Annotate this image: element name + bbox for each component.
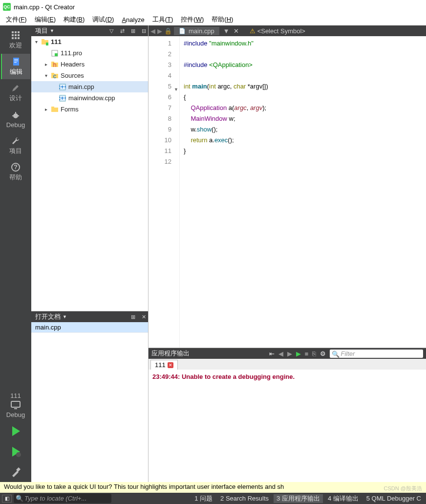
compile-output-tab[interactable]: 4 编译输出 — [325, 494, 362, 503]
split-icon[interactable]: ⊞ — [128, 28, 137, 34]
svg-rect-3 — [12, 34, 14, 36]
svg-rect-11 — [14, 61, 18, 61]
svg-text:c: c — [53, 72, 57, 79]
tree-forms-folder[interactable]: ▸ Forms — [31, 104, 148, 115]
close-pane-icon[interactable]: ✕ — [139, 314, 148, 320]
search-icon: 🔍 — [16, 495, 23, 502]
output-tab-111[interactable]: 111 ✕ — [150, 360, 178, 370]
menu-edit[interactable]: 编辑(E) — [31, 14, 60, 25]
app-output-tab[interactable]: 3 应用程序输出 — [274, 494, 323, 503]
menubar: 文件(F) 编辑(E) 构建(B) 调试(D) Analyze 工具(T) 控件… — [0, 14, 426, 25]
output-panel: 应用程序输出 ⇤ ◀ ▶ ▶ ■ ⎘ ⚙ 🔍 Filter 111 ✕ — [149, 348, 426, 482]
wrench-icon — [11, 136, 21, 146]
mode-projects[interactable]: 项目 — [1, 133, 30, 158]
open-docs-list[interactable]: main.cpp — [31, 322, 148, 482]
mode-debug[interactable]: Debug — [1, 107, 30, 132]
menu-debug[interactable]: 调试(D) — [88, 14, 118, 25]
tree-main-cpp[interactable]: c++ main.cpp — [31, 81, 148, 92]
run-button[interactable] — [1, 421, 30, 441]
app-logo: QC — [3, 3, 11, 11]
svg-point-13 — [13, 113, 18, 118]
nav-back-icon[interactable]: ◀ — [150, 27, 155, 35]
tree-label: 111 — [51, 38, 62, 45]
link-icon[interactable]: ⇄ — [118, 28, 127, 34]
fold-icon[interactable]: ▼ — [174, 84, 178, 95]
expand-icon[interactable]: ▸ — [43, 107, 49, 112]
play-bug-icon — [9, 445, 22, 458]
projects-tree[interactable]: ▾ 111 111.pro ▸ h Headers ▾ c Sources — [31, 36, 148, 311]
menu-tools[interactable]: 工具(T) — [149, 14, 177, 25]
output-message: 23:49:44: Unable to create a debugging e… — [152, 373, 295, 380]
svg-rect-0 — [12, 31, 14, 33]
close-icon[interactable]: ✕ — [168, 362, 173, 368]
run-debug-button[interactable] — [1, 442, 30, 461]
svg-point-21 — [16, 452, 21, 457]
mode-help[interactable]: ? 帮助 — [1, 159, 30, 185]
editor-pane[interactable]: 1234 5▼ 6789101112 #include "mainwindow.… — [149, 36, 426, 348]
menu-help[interactable]: 帮助(H) — [208, 14, 237, 25]
mode-design[interactable]: 设计 — [1, 80, 30, 106]
rerun-icon[interactable]: ⇤ — [269, 350, 275, 357]
svg-rect-10 — [14, 59, 18, 60]
code-body[interactable]: #include "mainwindow.h" #include <QAppli… — [180, 36, 272, 348]
tree-pro-file[interactable]: 111.pro — [31, 47, 148, 59]
menu-analyze[interactable]: Analyze — [118, 15, 148, 24]
tree-mainwindow-cpp[interactable]: c++ mainwindow.cpp — [31, 92, 148, 104]
expand-icon[interactable]: ▾ — [33, 39, 39, 44]
target-selector[interactable]: 111 Debug — [1, 390, 30, 420]
tree-label: main.cpp — [68, 83, 94, 90]
lock-icon[interactable]: 🔒 — [164, 27, 172, 35]
mode-label: 项目 — [9, 147, 22, 155]
output-body[interactable]: 23:49:44: Unable to create a debugging e… — [149, 370, 426, 482]
filter-icon[interactable]: ▽ — [107, 28, 116, 34]
output-tab-label: 111 — [155, 361, 166, 369]
bug-icon — [11, 110, 21, 120]
symbol-selector[interactable]: ⚠ <Select Symbol> — [247, 27, 308, 35]
nav-forward-icon[interactable]: ▶ — [157, 27, 162, 35]
collapse-icon[interactable]: ⊟ — [139, 28, 148, 34]
run-icon[interactable]: ▶ — [296, 350, 301, 357]
editor-header: ◀ ▶ 🔒 📄 main.cpp ▼ ✕ ⚠ <Select Symbol> — [149, 25, 426, 36]
chevron-down-icon[interactable]: ▼ — [221, 27, 232, 35]
menu-build[interactable]: 构建(B) — [60, 14, 88, 25]
output-filter-input[interactable]: 🔍 Filter — [330, 350, 423, 358]
editor-tab[interactable]: 📄 main.cpp — [174, 27, 219, 35]
issues-tab[interactable]: 1 问题 — [192, 494, 215, 503]
editor-tab-label: main.cpp — [189, 27, 214, 35]
close-tab-icon[interactable]: ✕ — [234, 27, 239, 35]
chevron-down-icon[interactable]: ▼ — [50, 28, 54, 33]
tree-sources-folder[interactable]: ▾ c Sources — [31, 70, 148, 81]
search-results-tab[interactable]: 2 Search Results — [217, 495, 272, 502]
split-icon[interactable]: ⊞ — [128, 314, 137, 320]
settings-icon[interactable]: ⚙ — [320, 350, 326, 357]
svg-rect-9 — [13, 58, 19, 66]
qml-debugger-tab[interactable]: 5 QML Debugger C — [363, 495, 424, 502]
mode-welcome[interactable]: 欢迎 — [1, 27, 30, 53]
line-gutter[interactable]: 1234 5▼ 6789101112 — [149, 36, 180, 348]
cpp-file-icon: 📄 — [179, 28, 186, 34]
expand-icon[interactable]: ▸ — [43, 62, 49, 67]
left-pane-toggle[interactable]: ◧ — [2, 495, 12, 503]
navigator-column: 项目 ▼ ▽ ⇄ ⊞ ⊟ ▾ 111 111.pro ▸ h H — [31, 25, 149, 482]
locator-input[interactable]: 🔍 Type to locate (Ctrl+... — [14, 494, 111, 503]
attach-icon[interactable]: ⎘ — [312, 350, 316, 357]
step-icon[interactable]: ▶ — [287, 350, 292, 357]
step-icon[interactable]: ◀ — [278, 350, 283, 357]
folder-icon: c — [51, 72, 59, 80]
mode-edit[interactable]: 编辑 — [1, 54, 30, 79]
mode-label: 编辑 — [10, 67, 22, 76]
chevron-down-icon[interactable]: ▼ — [63, 314, 67, 319]
output-header: 应用程序输出 ⇤ ◀ ▶ ▶ ■ ⎘ ⚙ 🔍 Filter — [149, 348, 426, 359]
cpp-file-icon: c++ — [59, 83, 66, 91]
open-doc-main-cpp[interactable]: main.cpp — [31, 322, 148, 333]
mode-label: Debug — [6, 121, 25, 129]
menu-window[interactable]: 控件(W) — [177, 14, 208, 25]
tree-headers-folder[interactable]: ▸ h Headers — [31, 59, 148, 70]
expand-icon[interactable]: ▾ — [43, 73, 49, 78]
info-strip[interactable]: Would you like to take a quick UI tour? … — [0, 482, 426, 493]
stop-icon[interactable]: ■ — [305, 350, 309, 357]
build-button[interactable] — [1, 462, 30, 482]
tree-project-root[interactable]: ▾ 111 — [31, 36, 148, 47]
menu-file[interactable]: 文件(F) — [2, 14, 31, 25]
svg-rect-38 — [51, 107, 54, 109]
